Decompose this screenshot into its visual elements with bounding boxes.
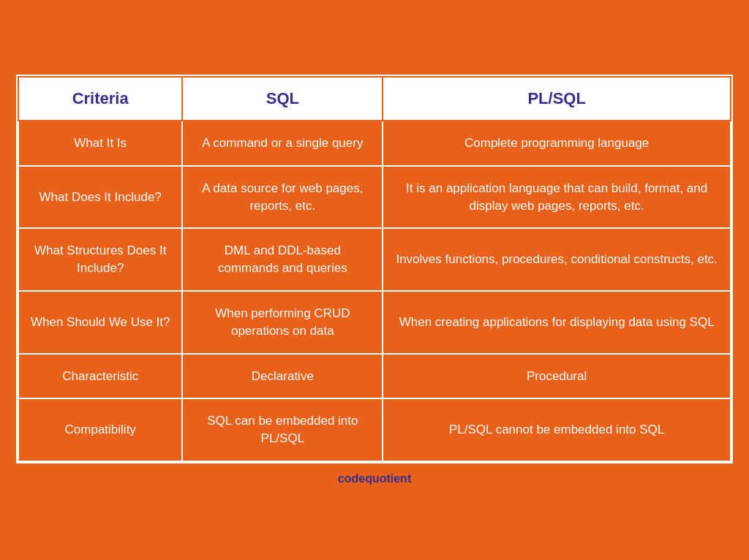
cell-criteria-5: Compatibility xyxy=(18,398,182,461)
table-row: CharacteristicDeclarativeProcedural xyxy=(18,354,731,399)
table-header-row: Criteria SQL PL/SQL xyxy=(18,77,731,121)
table-row: When Should We Use It?When performing CR… xyxy=(18,291,731,354)
footer-text-normal: code xyxy=(338,472,365,485)
cell-criteria-1: What Does It Include? xyxy=(18,166,182,229)
cell-criteria-4: Characteristic xyxy=(18,354,182,399)
header-criteria: Criteria xyxy=(18,77,182,121)
footer-brand: codequotient xyxy=(338,472,411,485)
table-row: What It IsA command or a single queryCom… xyxy=(18,121,731,166)
cell-sql-1: A data source for web pages, reports, et… xyxy=(182,166,383,229)
cell-plsql-5: PL/SQL cannot be embedded into SQL xyxy=(383,398,731,461)
cell-sql-5: SQL can be embedded into PL/SQL xyxy=(182,398,383,461)
table-row: What Does It Include?A data source for w… xyxy=(18,166,731,229)
table-row: What Structures Does It Include?DML and … xyxy=(18,228,731,291)
table-row: CompatibilitySQL can be embedded into PL… xyxy=(18,398,731,461)
cell-criteria-0: What It Is xyxy=(18,121,182,166)
cell-sql-3: When performing CRUD operations on data xyxy=(182,291,383,354)
footer-text-bold: quotient xyxy=(365,472,411,485)
cell-plsql-3: When creating applications for displayin… xyxy=(383,291,731,354)
header-sql: SQL xyxy=(182,77,383,121)
cell-plsql-2: Involves functions, procedures, conditio… xyxy=(383,228,731,291)
cell-plsql-4: Procedural xyxy=(383,354,731,399)
cell-sql-0: A command or a single query xyxy=(182,121,383,166)
cell-plsql-1: It is an application language that can b… xyxy=(383,166,731,229)
header-plsql: PL/SQL xyxy=(383,77,731,121)
cell-sql-4: Declarative xyxy=(182,354,383,399)
comparison-table: Criteria SQL PL/SQL What It IsA command … xyxy=(16,75,733,463)
cell-plsql-0: Complete programming language xyxy=(383,121,731,166)
cell-criteria-3: When Should We Use It? xyxy=(18,291,182,354)
cell-criteria-2: What Structures Does It Include? xyxy=(18,228,182,291)
cell-sql-2: DML and DDL-based commands and queries xyxy=(182,228,383,291)
